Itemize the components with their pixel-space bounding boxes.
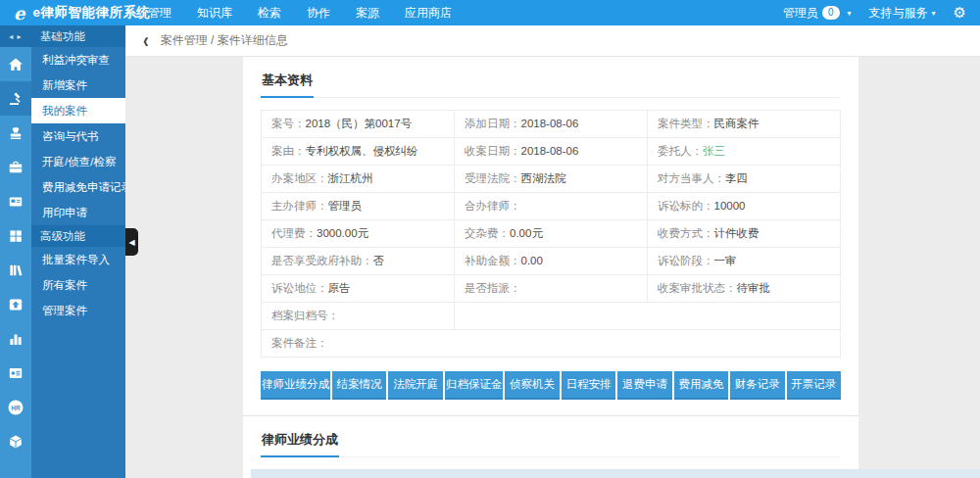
info-cell-cause: 案由：专利权权属、侵权纠纷 — [262, 138, 455, 166]
btn-fee-reduction[interactable]: 费用减免 — [674, 371, 728, 400]
btn-finance-records[interactable]: 财务记录 — [730, 371, 784, 400]
table-row: 档案归档号： — [262, 303, 841, 330]
back-icon[interactable]: ‹ — [143, 29, 149, 51]
user-name: 管理员 — [783, 5, 818, 22]
sidebar-item-fee-reduction-records[interactable]: 费用减免申请记录 — [31, 174, 125, 200]
section-divider — [243, 415, 858, 416]
basic-info-table: 案号：2018（民）第0017号 添加日期：2018-08-06 案件类型：民商… — [261, 110, 841, 358]
notification-badge: 0 — [822, 6, 840, 20]
header-right: 管理员 0 ▾ 支持与服务 ▾ ⚙ — [783, 4, 980, 22]
table-row: 诉讼地位：原告 是否指派： 收案审批状态：待审批 — [262, 275, 841, 303]
section-title-performance: 律师业绩分成 — [261, 429, 841, 457]
hr-icon[interactable]: HR — [0, 390, 31, 424]
btn-court-session[interactable]: 法院开庭 — [388, 371, 442, 400]
cube-icon[interactable] — [0, 424, 31, 458]
info-cell-charge-method: 收费方式：计件收费 — [648, 220, 841, 248]
sidebar-collapse-handle[interactable]: ◀ — [125, 228, 138, 256]
sidebar-menu: 基础功能 利益冲突审查 新增案件 我的案件 咨询与代书 开庭/侦查/检察 费用减… — [31, 25, 125, 478]
btn-investigation-agency[interactable]: 侦察机关 — [505, 371, 559, 400]
grid-icon[interactable] — [0, 218, 31, 253]
collapse-arrows-icon[interactable]: ◂ ▸ — [0, 25, 31, 47]
info-cell-case-number: 案号：2018（民）第0017号 — [262, 111, 455, 138]
nav-search[interactable]: 检索 — [258, 5, 281, 22]
info-cell-misc-fee: 交杂费：0.00元 — [455, 220, 648, 248]
info-cell-subsidy-amount: 补助金额：0.00 — [455, 248, 648, 275]
action-button-bar: 律师业绩分成 结案情况 法院开庭 归档保证金 侦察机关 日程安排 退费申请 费用… — [261, 371, 841, 400]
table-row: 办案地区：浙江杭州 受理法院：西湖法院 对方当事人：李四 — [262, 166, 841, 193]
sidebar-item-all-cases[interactable]: 所有案件 — [31, 272, 125, 298]
sidebar-item-seal-request[interactable]: 用印申请 — [31, 200, 125, 225]
svg-text:HR: HR — [11, 404, 21, 410]
archive-upload-icon[interactable] — [0, 287, 31, 321]
sidebar-section-basic: 基础功能 — [31, 25, 125, 47]
info-cell-assigned: 是否指派： — [455, 275, 648, 303]
info-cell-approval-status: 收案审批状态：待审批 — [648, 275, 841, 303]
nav-case-source[interactable]: 案源 — [356, 5, 379, 22]
chevron-down-icon: ▾ — [848, 9, 852, 18]
sidebar-icon-strip: ◂ ▸ — [0, 25, 31, 478]
support-menu[interactable]: 支持与服务 ▾ — [869, 5, 936, 22]
btn-refund-request[interactable]: 退费申请 — [617, 371, 671, 400]
nav-knowledge-base[interactable]: 知识库 — [197, 5, 232, 22]
gavel-icon[interactable] — [0, 81, 31, 116]
chevron-down-icon: ▾ — [932, 9, 936, 18]
info-cell-gov-subsidy: 是否享受政府补助：否 — [262, 248, 455, 275]
info-cell-litigation-stage: 诉讼阶段：一审 — [648, 248, 841, 275]
sidebar-item-new-case[interactable]: 新增案件 — [31, 72, 125, 98]
idcard-icon[interactable] — [0, 184, 31, 218]
presentation-icon[interactable] — [0, 356, 31, 390]
logo-icon: e — [14, 3, 24, 24]
sidebar-section-advanced: 高级功能 — [31, 225, 125, 247]
briefcase-icon[interactable] — [0, 150, 31, 184]
btn-archive-deposit[interactable]: 归档保证金 — [445, 371, 504, 400]
sidebar-item-batch-import[interactable]: 批量案件导入 — [31, 247, 125, 272]
info-cell-add-date: 添加日期：2018-08-06 — [455, 111, 648, 138]
stamp-icon[interactable] — [0, 116, 31, 150]
bar-chart-icon[interactable] — [0, 321, 31, 356]
app-window: e e律师智能律所系统 管理 知识库 检索 协作 案源 应用商店 管理员 0 ▾… — [0, 0, 980, 478]
top-header: e e律师智能律所系统 管理 知识库 检索 协作 案源 应用商店 管理员 0 ▾… — [0, 0, 980, 25]
home-icon[interactable] — [0, 47, 31, 81]
sidebar-item-manage-cases[interactable]: 管理案件 — [31, 298, 125, 323]
client-link[interactable]: 张三 — [703, 145, 725, 157]
nav-collaboration[interactable]: 协作 — [307, 5, 330, 22]
books-icon[interactable] — [0, 253, 31, 287]
info-cell-archive-number: 档案归档号： — [262, 303, 455, 330]
sidebar-item-consulting-writing[interactable]: 咨询与代书 — [31, 123, 125, 149]
nav-manage[interactable]: 管理 — [148, 5, 172, 22]
table-row: 主办律师：管理员 合办律师： 诉讼标的：10000 — [262, 193, 841, 220]
btn-case-closing[interactable]: 结案情况 — [332, 371, 386, 400]
info-cell-litigation-position: 诉讼地位：原告 — [262, 275, 455, 303]
section-title-basic-info: 基本资料 — [261, 70, 841, 98]
info-cell-region: 办案地区：浙江杭州 — [262, 166, 455, 193]
sidebar-item-my-cases[interactable]: 我的案件 — [31, 98, 125, 123]
sidebar-item-conflict-check[interactable]: 利益冲突审查 — [31, 47, 125, 72]
top-nav: 管理 知识库 检索 协作 案源 应用商店 — [135, 5, 465, 22]
table-row: 是否享受政府补助：否 补助金额：0.00 诉讼阶段：一审 — [262, 248, 841, 275]
breadcrumb: ‹ 案件管理 / 案件详细信息 — [125, 25, 980, 57]
app-title: e律师智能律所系统 — [32, 4, 150, 22]
user-menu[interactable]: 管理员 0 ▾ — [783, 5, 852, 22]
btn-lawyer-performance-split[interactable]: 律师业绩分成 — [261, 371, 330, 400]
info-cell-co-lawyer: 合办律师： — [455, 193, 648, 220]
btn-schedule[interactable]: 日程安排 — [562, 371, 615, 400]
main-area: ‹ 案件管理 / 案件详细信息 基本资料 案号：2018（民）第0017号 添加… — [125, 25, 980, 478]
info-cell-lead-lawyer: 主办律师：管理员 — [262, 193, 455, 220]
info-cell-court: 受理法院：西湖法院 — [455, 166, 648, 193]
footer-strip — [251, 469, 980, 478]
table-row: 代理费：3000.00元 交杂费：0.00元 收费方式：计件收费 — [262, 220, 841, 248]
gear-icon[interactable]: ⚙ — [954, 4, 966, 22]
btn-invoice-records[interactable]: 开票记录 — [787, 371, 841, 400]
info-cell-client: 委托人：张三 — [648, 138, 841, 166]
info-cell-opposite-party: 对方当事人：李四 — [648, 166, 841, 193]
case-detail-card: 基本资料 案号：2018（民）第0017号 添加日期：2018-08-06 案件… — [243, 57, 858, 478]
info-cell-accept-date: 收案日期：2018-08-06 — [455, 138, 648, 166]
table-row: 案件备注： — [262, 330, 841, 358]
support-label: 支持与服务 — [869, 5, 928, 22]
info-cell-agency-fee: 代理费：3000.00元 — [262, 220, 455, 248]
info-cell-case-remark: 案件备注： — [262, 330, 841, 358]
table-row: 案号：2018（民）第0017号 添加日期：2018-08-06 案件类型：民商… — [262, 111, 841, 138]
sidebar-item-court-investigation[interactable]: 开庭/侦查/检察 — [31, 149, 125, 174]
nav-app-store[interactable]: 应用商店 — [405, 5, 452, 22]
app-logo[interactable]: e e律师智能律所系统 — [0, 3, 125, 24]
